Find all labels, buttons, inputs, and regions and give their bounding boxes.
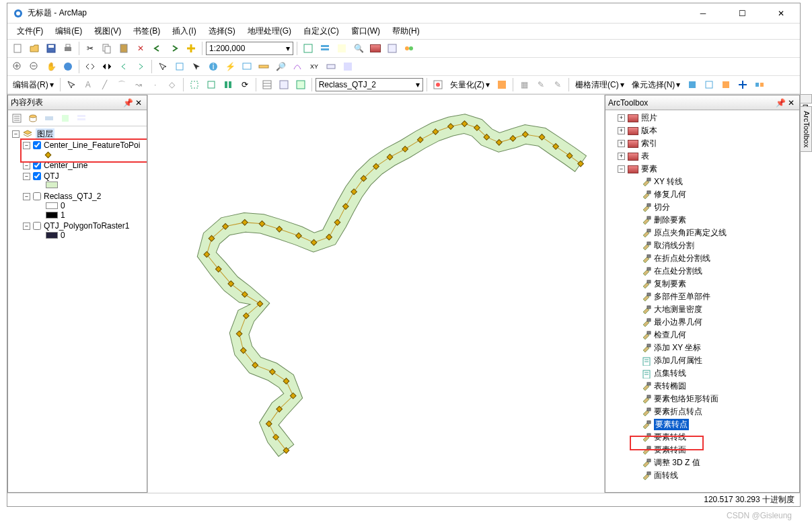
tool-row[interactable]: 要素转点 [605,418,799,431]
html-popup-icon[interactable] [239,59,254,74]
expand-icon[interactable]: − [618,165,625,173]
layers-root[interactable]: 图层 [36,128,54,140]
layer-checkbox[interactable] [33,222,41,230]
trace-icon[interactable]: ↝ [131,77,146,92]
cs1-icon[interactable] [685,77,700,92]
fixed-zoom-out-icon[interactable] [100,59,114,74]
tool-row[interactable]: XY 转线 [605,175,799,188]
sidetab-catalog[interactable]: 目录 [800,94,812,104]
save-icon[interactable] [44,41,59,56]
expand-icon[interactable]: + [618,140,625,147]
add-data-icon[interactable] [184,41,198,56]
straight-segment-icon[interactable]: ╱ [98,77,112,92]
tool-row[interactable]: 大地测量密度 [605,303,799,316]
pin-icon[interactable]: 📌 [775,97,786,108]
identify-icon[interactable]: i [206,59,221,74]
show-features-icon[interactable]: ✎ [550,77,565,92]
find-route-icon[interactable] [290,59,305,74]
zoom-in-icon[interactable] [10,59,25,74]
tool-row[interactable]: 检查几何 [605,329,799,341]
tool-row[interactable]: 表转椭圆 [605,380,799,393]
cs5-icon[interactable] [752,77,767,92]
copy-icon[interactable] [100,41,114,56]
tool-row[interactable]: 在点处分割线 [605,265,799,278]
create-features-icon[interactable] [293,77,308,92]
split-icon[interactable] [221,77,235,92]
list-by-source-icon[interactable] [26,111,40,126]
show-preview-icon[interactable]: ✎ [533,77,548,92]
layer-name[interactable]: Reclass_QTJ_2 [44,192,101,201]
tool-row[interactable]: 调整 3D Z 值 [605,456,799,469]
pan-icon[interactable]: ✋ [44,59,59,74]
list-by-selection-icon[interactable] [58,111,73,126]
measure-icon[interactable] [256,59,271,74]
close-button[interactable]: ✕ [768,3,795,24]
delete-icon[interactable]: ✕ [133,41,148,56]
tool-row[interactable]: 要素转面 [605,444,799,456]
menu-select[interactable]: 选择(S) [203,24,241,38]
attributes-icon[interactable] [260,77,274,92]
arc-segment-icon[interactable]: ⌒ [114,77,129,92]
editor-dropdown[interactable]: 编辑器(R) ▾ [10,78,57,92]
tool-row[interactable]: 要素折点转点 [605,405,799,418]
time-slider-icon[interactable] [324,59,338,74]
pin-icon[interactable]: 📌 [122,97,133,108]
goto-xy-icon[interactable]: XY [307,59,322,74]
reshape-icon[interactable] [204,77,219,92]
point-icon[interactable]: · [148,77,163,92]
catalog-icon[interactable] [334,41,349,56]
sketch-properties-icon[interactable] [276,77,291,92]
editor-toolbar-icon[interactable] [301,41,316,56]
arctoolbox-icon[interactable] [368,41,383,56]
layer-checkbox[interactable] [33,161,41,169]
tool-row[interactable]: 切分 [605,201,799,214]
menu-geoprocess[interactable]: 地理处理(G) [242,24,297,38]
scale-combo[interactable]: 1:200,000▾ [206,42,293,55]
vectorize-dropdown[interactable]: 矢量化(Z) ▾ [447,78,492,92]
tool-row[interactable]: 点集转线 [605,367,799,380]
fixed-zoom-in-icon[interactable] [83,59,98,74]
layer-checkbox[interactable] [33,141,41,149]
create-viewer-icon[interactable] [340,59,355,74]
full-extent-icon[interactable] [61,59,75,74]
edit-annotation-icon[interactable]: A [81,77,96,92]
select-features-icon[interactable] [155,59,170,74]
tool-row[interactable]: 删除要素 [605,214,799,227]
options-icon[interactable] [74,111,89,126]
menu-insert[interactable]: 插入(I) [167,24,201,38]
search-icon[interactable]: 🔍 [351,41,366,56]
hyperlink-icon[interactable]: ⚡ [223,59,237,74]
cs3-icon[interactable] [718,77,733,92]
raster-cleanup-dropdown[interactable]: 栅格清理(C) ▾ [573,78,627,92]
toolset-name[interactable]: 版本 [641,125,657,136]
cs2-icon[interactable] [702,77,716,92]
collapse-icon[interactable]: − [23,162,30,169]
edit-tool-icon[interactable] [64,77,79,92]
toolset-name[interactable]: 照片 [641,112,657,124]
expand-icon[interactable]: + [618,153,625,160]
layer-checkbox[interactable] [33,192,41,200]
menu-view[interactable]: 视图(V) [89,24,126,38]
clear-selection-icon[interactable] [172,59,187,74]
menu-file[interactable]: 文件(F) [11,24,48,38]
rotate-icon[interactable]: ⟳ [237,77,252,92]
list-by-visibility-icon[interactable] [42,111,57,126]
cell-selection-dropdown[interactable]: 像元选择(N) ▾ [629,78,684,92]
collapse-icon[interactable]: − [23,173,30,180]
tool-row[interactable]: 在折点处分割线 [605,252,799,265]
toolset-name[interactable]: 索引 [641,138,657,149]
redo-icon[interactable] [167,41,182,56]
vectorize-settings-icon[interactable] [494,77,509,92]
select-elements-icon[interactable] [189,59,204,74]
tool-row[interactable]: 修复几何 [605,188,799,201]
zoom-out-icon[interactable] [27,59,42,74]
sidetab-arctoolbox[interactable]: ArcToolbox [800,106,812,152]
tool-row[interactable]: 要素转线 [605,431,799,444]
menu-customize[interactable]: 自定义(C) [298,24,344,38]
tool-row[interactable]: 添加几何属性 [605,354,799,367]
model-icon[interactable] [402,41,416,56]
tool-row[interactable]: 最小边界几何 [605,316,799,329]
paste-icon[interactable] [116,41,131,56]
collapse-icon[interactable]: − [12,130,20,138]
map-view[interactable]: ⟳ ⏸ [147,95,605,493]
